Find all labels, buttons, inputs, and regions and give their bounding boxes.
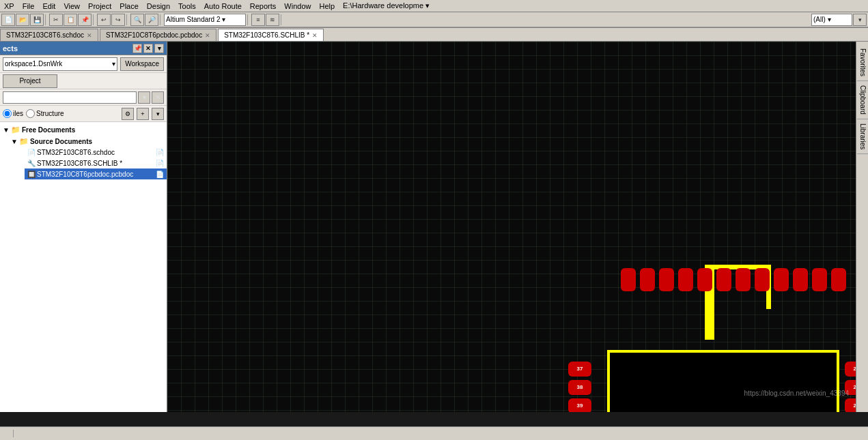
view-structure-input[interactable]: [26, 109, 35, 118]
tb-open[interactable]: 📂: [16, 14, 29, 26]
tb-redo[interactable]: ↪: [111, 14, 125, 26]
tb-btn-b[interactable]: ≋: [266, 14, 279, 26]
workspace-value: orkspace1.DsnWrk: [5, 60, 62, 68]
menu-tools[interactable]: Tools: [174, 2, 200, 10]
menu-file[interactable]: File: [18, 2, 39, 10]
view-structure-label: Structure: [36, 110, 64, 117]
view-structure-radio[interactable]: Structure: [26, 109, 64, 118]
top-pin-11: [812, 268, 827, 291]
menu-autoroute[interactable]: Auto Route: [200, 2, 246, 10]
file-tag-0: 📄: [156, 149, 164, 156]
tab-schlib-label: STM32F103C8T6.SCHLIB *: [224, 31, 309, 39]
file-name-1: STM32F103C8T6.SCHLIB *: [37, 160, 122, 167]
filter-clear-btn[interactable]: ✕: [152, 91, 164, 104]
main-layout: ects 📌 ✕ ▾ orkspace1.DsnWrk ▾ Workspace …: [0, 42, 868, 412]
menu-help[interactable]: Help: [315, 2, 339, 10]
workspace-row: orkspace1.DsnWrk ▾ Workspace: [0, 55, 167, 73]
view-files-radio[interactable]: iles: [3, 109, 23, 118]
pcb-canvas: 37 38 39 40 41 42 43 44 45 46 47 48 24 2…: [167, 42, 856, 412]
right-pin-24: 24: [845, 362, 856, 377]
source-documents-group: ▼ 📁 Source Documents 📄 STM32F103C8T6.sch…: [8, 135, 167, 180]
menu-design[interactable]: Design: [143, 2, 174, 10]
file-tag-1: 📄: [156, 160, 164, 167]
top-pins: [621, 268, 846, 291]
menu-bar: XP File Edit View Project Place Design T…: [0, 0, 868, 12]
filter-input[interactable]: [3, 91, 137, 104]
top-pin-1: [621, 268, 636, 291]
tb-btn-a[interactable]: ≡: [251, 14, 265, 26]
tb-paste[interactable]: 📌: [78, 14, 92, 26]
tab-schlib[interactable]: STM32F103C8T6.SCHLIB * ✕: [218, 29, 324, 41]
file-tag-2: 📄: [156, 171, 164, 178]
panel-buttons: 📌 ✕ ▾: [132, 44, 164, 53]
view-add-btn[interactable]: +: [137, 108, 149, 120]
tab-pcbdoc-close[interactable]: ✕: [205, 32, 210, 39]
file-icon-1: 🔧: [27, 160, 36, 167]
file-item-1[interactable]: 🔧 STM32F103C8T6.SCHLIB * 📄: [25, 158, 167, 168]
menu-xp[interactable]: XP: [0, 2, 18, 10]
tb-zoom-in[interactable]: 🔍: [130, 14, 144, 26]
panel-close-btn[interactable]: ✕: [143, 44, 153, 53]
canvas-area[interactable]: 37 38 39 40 41 42 43 44 45 46 47 48 24 2…: [167, 42, 856, 412]
right-panel: Favorites Clipboard Libraries: [856, 42, 868, 412]
tb-save[interactable]: 💾: [30, 14, 44, 26]
tb-sep-1: [45, 14, 48, 25]
menu-window[interactable]: Window: [280, 2, 315, 10]
filter-apply-btn[interactable]: ▾: [138, 91, 150, 104]
tab-schdoc[interactable]: STM32F103C8T6.schdoc ✕: [0, 29, 98, 41]
free-documents-label[interactable]: ▼ 📁 Free Documents: [0, 124, 167, 135]
right-pins: 24 23 22 21 20 19 18 17 16 15 14 13: [845, 362, 856, 413]
source-docs-arrow: ▼: [11, 138, 18, 145]
workspace-arrow: ▾: [112, 60, 115, 68]
menu-edit[interactable]: Edit: [38, 2, 59, 10]
tb-zoom-out[interactable]: 🔎: [145, 14, 158, 26]
menu-place[interactable]: Place: [115, 2, 143, 10]
top-pin-8: [755, 268, 770, 291]
standard-dropdown[interactable]: Altium Standard 2 ▾: [164, 14, 246, 26]
tb-undo[interactable]: ↩: [97, 14, 111, 26]
workspace-button[interactable]: Workspace: [120, 57, 164, 71]
panel-pin-btn[interactable]: 📌: [132, 44, 142, 53]
free-docs-arrow: ▼: [3, 126, 10, 134]
file-name-2: STM32F10C8T6pcbdoc.pcbdoc: [37, 171, 133, 178]
filter-row: ▾ ✕: [0, 89, 167, 106]
status-item-1: [3, 430, 14, 437]
file-name-0: STM32F103C8T6.schdoc: [37, 149, 115, 156]
file-item-2[interactable]: 🔲 STM32F10C8T6pcbdoc.pcbdoc 📄: [25, 168, 167, 179]
tb-sep-6: [281, 14, 283, 25]
view-toggle-btn[interactable]: ⚙: [122, 108, 134, 120]
menu-reports[interactable]: Reports: [246, 2, 281, 10]
file-item-0[interactable]: 📄 STM32F103C8T6.schdoc 📄: [25, 147, 167, 158]
menu-project[interactable]: Project: [84, 2, 115, 10]
menu-view[interactable]: View: [59, 2, 84, 10]
left-pins: 37 38 39 40 41 42 43 44 45 46 47 48: [568, 362, 591, 413]
tb-new[interactable]: 📄: [1, 14, 15, 26]
top-pin-10: [793, 268, 808, 291]
view-files-input[interactable]: [3, 109, 12, 118]
panel-menu-btn[interactable]: ▾: [154, 44, 164, 53]
right-tab-clipboard[interactable]: Clipboard: [857, 81, 868, 119]
all-dropdown[interactable]: (All) ▾: [811, 14, 852, 26]
free-docs-text: Free Documents: [22, 126, 75, 134]
tb-cut[interactable]: ✂: [49, 14, 63, 26]
top-pin-2: [640, 268, 655, 291]
tab-bar: STM32F103C8T6.schdoc ✕ STM32F10C8T6pcbdo…: [0, 28, 868, 42]
view-more-btn[interactable]: ▾: [152, 108, 164, 120]
right-tab-favorites[interactable]: Favorites: [857, 44, 868, 81]
tb-sep-4: [160, 14, 163, 25]
menu-path[interactable]: E:\Hardware developme ▾: [339, 1, 434, 10]
tab-schdoc-label: STM32F103C8T6.schdoc: [6, 31, 84, 39]
tb-sep-2: [93, 14, 96, 25]
workspace-dropdown[interactable]: orkspace1.DsnWrk ▾: [3, 57, 117, 71]
right-tab-libraries[interactable]: Libraries: [857, 119, 868, 154]
tab-schlib-close[interactable]: ✕: [312, 32, 318, 39]
tb-copy[interactable]: 📋: [64, 14, 77, 26]
tab-schdoc-close[interactable]: ✕: [87, 32, 92, 39]
free-documents-group: ▼ 📁 Free Documents ▼ 📁 Source Documents …: [0, 123, 167, 181]
top-pin-7: [736, 268, 751, 291]
tb-filter[interactable]: ▾: [853, 14, 867, 26]
tab-pcbdoc[interactable]: STM32F10C8T6pcbdoc.pcbdoc ✕: [100, 29, 216, 41]
panel-header: ects 📌 ✕ ▾: [0, 42, 167, 55]
source-documents-label[interactable]: ▼ 📁 Source Documents: [8, 136, 167, 147]
project-button[interactable]: Project: [3, 74, 57, 88]
